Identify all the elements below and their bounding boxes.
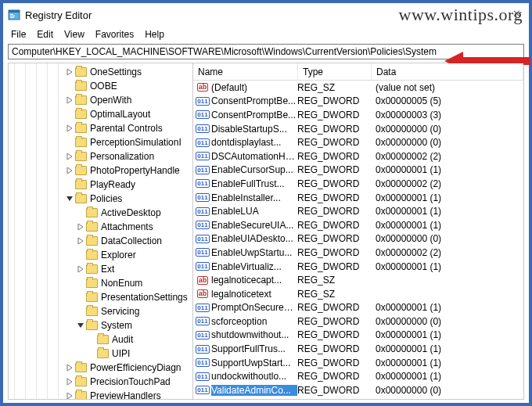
twisty-icon[interactable] [65,95,74,105]
twisty-icon[interactable] [65,138,74,147]
twisty-icon[interactable] [65,363,74,372]
twisty-icon[interactable] [65,377,74,386]
twisty-icon[interactable] [76,278,85,288]
value-type: REG_DWORD [297,233,371,244]
tree-pane[interactable]: OneSettingsOOBEOpenWithOptimalLayoutPare… [9,63,193,399]
twisty-icon[interactable] [87,335,96,344]
twisty-icon[interactable] [65,67,74,77]
value-type: REG_DWORD [297,343,371,354]
value-row[interactable]: 011ConsentPromptBe...REG_DWORD0x00000005… [193,95,523,109]
tree-node[interactable]: Explorer [10,248,192,262]
value-row[interactable]: 011EnableUwpStartu...REG_DWORD0x00000002… [193,246,523,260]
value-row[interactable]: 011DSCAutomationHo...REG_DWORD0x00000002… [193,149,523,163]
tree-node[interactable]: OOBE [10,79,192,93]
tree-node-label: Personalization [90,149,154,163]
twisty-icon[interactable] [87,349,96,358]
tree-node[interactable]: DataCollection [10,234,192,248]
col-data[interactable]: Data [372,63,523,80]
value-row[interactable]: 011EnableUIADeskto...REG_DWORD0x00000000… [193,232,523,246]
value-row[interactable]: 011ConsentPromptBe...REG_DWORD0x00000003… [193,108,523,122]
tree-node[interactable]: Policies [10,192,192,206]
value-row[interactable]: 011scforceoptionREG_DWORD0x00000000 (0) [193,314,523,329]
value-row[interactable]: 011undockwithoutlo...REG_DWORD0x00000001… [193,369,523,383]
twisty-icon[interactable] [76,321,85,330]
value-row[interactable]: 011EnableCursorSup...REG_DWORD0x00000001… [193,163,523,178]
tree-node[interactable]: Servicing [10,304,192,318]
tree-node[interactable]: OneSettings [10,65,192,79]
twisty-icon[interactable] [65,81,74,91]
twisty-icon[interactable] [65,166,74,175]
twisty-icon[interactable] [65,180,74,189]
twisty-icon[interactable] [65,194,74,203]
tree-node[interactable]: Audit [10,332,192,347]
column-headers[interactable]: Name Type Data [193,63,523,81]
value-name: EnableLUA [211,206,297,217]
value-data: 0x00000003 (3) [371,110,523,120]
tree-node-label: PowerEfficiencyDiagn [90,361,182,375]
tree-node[interactable]: Parental Controls [10,121,192,135]
tree-node[interactable]: ActiveDesktop [10,206,192,220]
menu-file[interactable]: File [11,29,26,40]
tree-node[interactable]: PreviewHandlers [10,389,192,399]
tree-node[interactable]: PowerEfficiencyDiagn [10,361,192,375]
value-type: REG_DWORD [297,110,371,120]
tree-node[interactable]: PhotoPropertyHandle [10,163,192,178]
value-row[interactable]: 011ValidateAdminCo...REG_DWORD0x00000000… [193,383,523,397]
tree-node-label: PhotoPropertyHandle [90,163,180,178]
twisty-icon[interactable] [65,391,74,399]
tree-node[interactable]: PerceptionSimulationI [10,135,192,149]
twisty-icon[interactable] [76,250,85,260]
value-row[interactable]: ablegalnoticecapt...REG_SZ [193,273,523,287]
value-row[interactable]: 011DisableStartupS...REG_DWORD0x00000000… [193,122,523,136]
twisty-icon[interactable] [76,307,85,316]
value-row[interactable]: ab(Default)REG_SZ(value not set) [193,81,523,95]
tree-node[interactable]: System [10,318,192,332]
tree-node[interactable]: PlayReady [10,178,192,192]
menu-edit[interactable]: Edit [37,29,53,40]
folder-icon [86,222,98,232]
twisty-icon[interactable] [65,110,74,119]
twisty-icon[interactable] [76,236,85,246]
twisty-icon[interactable] [65,152,74,161]
value-row[interactable]: 011shutdownwithout...REG_DWORD0x00000001… [193,329,523,343]
value-row[interactable]: 011EnableVirtualiz...REG_DWORD0x00000001… [193,260,523,274]
value-row[interactable]: 011SupportUwpStart...REG_DWORD0x00000001… [193,356,523,370]
menu-favorites[interactable]: Favorites [95,29,134,40]
tree-node[interactable]: UIPI [10,347,192,361]
twisty-icon[interactable] [76,222,85,232]
value-name: EnableSecureUIA... [211,220,297,231]
twisty-icon[interactable] [76,293,85,302]
tree-node[interactable]: PrecisionTouchPad [10,375,192,389]
value-data: (value not set) [371,82,523,93]
tree-node[interactable]: OptimalLayout [10,107,192,121]
menu-view[interactable]: View [64,29,84,40]
value-row[interactable]: 011SupportFullTrus...REG_DWORD0x00000001… [193,342,523,356]
value-row[interactable]: 011EnableInstaller...REG_DWORD0x00000001… [193,191,523,205]
value-row[interactable]: ablegalnoticetextREG_SZ [193,287,523,301]
value-row[interactable]: 011EnableSecureUIA...REG_DWORD0x00000001… [193,218,523,232]
col-type[interactable]: Type [298,63,372,80]
col-name[interactable]: Name [193,63,298,80]
tree-node[interactable]: OpenWith [10,93,192,107]
dword-value-icon: 011 [196,207,209,216]
tree-node[interactable]: Attachments [10,220,192,234]
tree-node[interactable]: Personalization [10,149,192,163]
value-row[interactable]: 011EnableFullTrust...REG_DWORD0x00000002… [193,177,523,191]
value-row[interactable]: 011EnableLUAREG_DWORD0x00000001 (1) [193,204,523,218]
menu-help[interactable]: Help [145,29,164,40]
dword-value-icon: 011 [196,110,209,119]
folder-icon [75,124,87,133]
tree-node[interactable]: PresentationSettings [10,290,192,304]
address-input[interactable]: Computer\HKEY_LOCAL_MACHINE\SOFTWARE\Mic… [8,44,524,59]
string-value-icon: ab [197,276,209,285]
tree-node[interactable]: NonEnum [10,276,192,290]
value-name: EnableVirtualiz... [211,261,297,272]
tree-node-label: UIPI [112,347,130,361]
tree-node[interactable]: Ext [10,262,192,276]
twisty-icon[interactable] [65,124,74,133]
twisty-icon[interactable] [76,264,85,274]
twisty-icon[interactable] [76,208,85,217]
string-value-icon: ab [197,83,209,92]
value-row[interactable]: 011dontdisplaylast...REG_DWORD0x00000000… [193,135,523,149]
value-row[interactable]: 011PromptOnSecureD...REG_DWORD0x00000001… [193,301,523,315]
